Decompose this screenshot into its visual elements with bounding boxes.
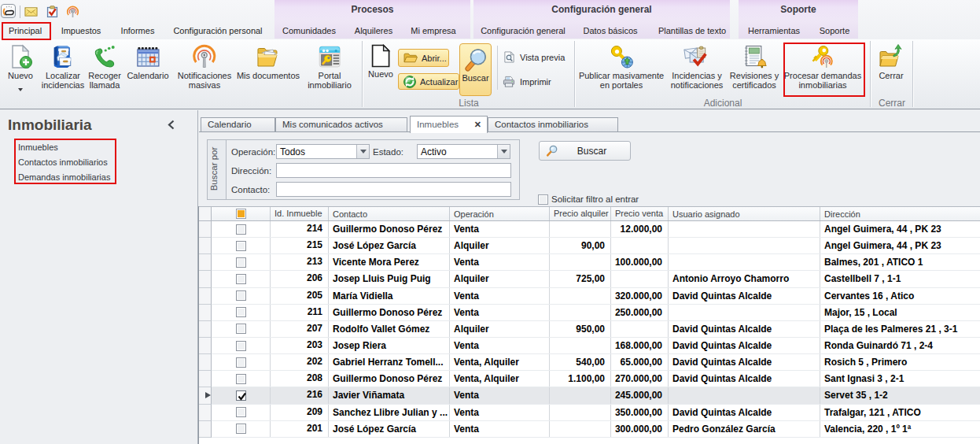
- broadcast-icon[interactable]: [66, 6, 79, 18]
- grid-header-checkbox-cell[interactable]: [212, 207, 271, 220]
- row-checkbox-cell[interactable]: [212, 254, 271, 270]
- chevron-down-icon[interactable]: [356, 145, 369, 158]
- column-header-usuario-asignado[interactable]: Usuario asignado: [669, 207, 820, 220]
- table-row[interactable]: 214Guillermo Donoso PérezVenta12.000,00A…: [199, 221, 980, 238]
- ribbon-button-cerrar[interactable]: Cerrar: [878, 41, 904, 80]
- table-row[interactable]: 208Guillermo Donoso PérezVenta, Alquiler…: [199, 371, 980, 387]
- row-checkbox[interactable]: [236, 274, 246, 284]
- tab-contactos-inmobiliarios[interactable]: Contactos inmobiliarios: [488, 117, 618, 132]
- buscar-ribbon-button[interactable]: Buscar: [459, 43, 492, 96]
- ribbon-button-incidencias-notificaciones[interactable]: Incidencias y notificaciones: [671, 41, 724, 90]
- row-checkbox[interactable]: [236, 257, 246, 268]
- ribbon-tab-plantillas-de-texto[interactable]: Plantillas de texto: [658, 26, 726, 39]
- row-checkbox-cell[interactable]: [212, 421, 271, 437]
- row-indicator-cell[interactable]: [199, 387, 212, 404]
- row-checkbox[interactable]: [236, 224, 246, 235]
- row-indicator-cell[interactable]: [199, 354, 212, 371]
- ribbon-tab-mi-empresa[interactable]: Mi empresa: [411, 26, 455, 39]
- row-checkbox-cell[interactable]: [212, 288, 271, 304]
- row-indicator-cell[interactable]: [199, 371, 212, 387]
- row-checkbox-cell[interactable]: [212, 338, 271, 353]
- actualizar-button[interactable]: Actualizar: [398, 73, 459, 90]
- table-row[interactable]: 209Sanchez Llibre Julian y ...Venta350.0…: [199, 405, 980, 421]
- row-indicator-cell[interactable]: [199, 305, 212, 321]
- row-checkbox[interactable]: [236, 307, 246, 317]
- row-checkbox-cell[interactable]: [212, 321, 271, 337]
- table-row[interactable]: 211Guillermo Donoso PérezVenta250.000,00…: [199, 305, 980, 321]
- mail-icon[interactable]: [24, 6, 38, 18]
- ribbon-tab-informes[interactable]: Informes: [121, 26, 155, 39]
- column-header-direccion[interactable]: Dirección: [820, 207, 980, 220]
- table-row[interactable]: 207Rodolfo Vallet GómezAlquiler950,00Dav…: [199, 321, 980, 338]
- ribbon-tab-comunidades[interactable]: Comunidades: [282, 26, 336, 39]
- app-logo-button[interactable]: [1, 4, 16, 18]
- ribbon-tab-datos-basicos[interactable]: Datos básicos: [583, 26, 637, 39]
- row-checkbox-cell[interactable]: [212, 354, 271, 370]
- ribbon-tab-alquileres[interactable]: Alquileres: [355, 26, 392, 39]
- row-indicator-cell[interactable]: [199, 254, 212, 271]
- column-header-id-inmueble[interactable]: Id. Inmueble: [271, 207, 329, 220]
- ribbon-tab-soporte[interactable]: Soporte: [820, 26, 850, 39]
- ribbon-button-calendario[interactable]: Calendario: [127, 41, 168, 80]
- row-checkbox-cell[interactable]: [212, 271, 271, 287]
- row-indicator-cell[interactable]: [199, 238, 212, 254]
- chevron-left-icon[interactable]: [168, 120, 175, 130]
- select-all-checkbox[interactable]: [236, 209, 246, 219]
- table-row[interactable]: 215José López GarcíaAlquiler90,00Angel G…: [199, 238, 980, 254]
- row-checkbox[interactable]: [236, 341, 246, 351]
- table-row[interactable]: 213Vicente Mora PerezVenta100.000,00Balm…: [199, 254, 980, 271]
- row-indicator-cell[interactable]: [199, 271, 212, 287]
- ribbon-button-nuevo-lista[interactable]: Nuevo: [368, 41, 393, 79]
- column-header-operacion[interactable]: Operación: [450, 207, 550, 220]
- row-indicator-cell[interactable]: [199, 321, 212, 338]
- tab-mis-comunicados-activos[interactable]: Mis comunicados activos: [275, 117, 407, 132]
- column-header-precio-venta[interactable]: Precio venta: [611, 207, 669, 220]
- close-icon[interactable]: ✕: [474, 120, 481, 130]
- tab-inmuebles[interactable]: Inmuebles ✕: [410, 116, 488, 133]
- buscar-button[interactable]: Buscar: [539, 141, 631, 161]
- row-checkbox-cell[interactable]: [212, 387, 271, 403]
- table-row[interactable]: 206Josep Lluis Puig PuigAlquiler725,00An…: [199, 271, 980, 287]
- ribbon-button-mis-documentos[interactable]: Mis documentos: [237, 41, 300, 80]
- tab-calendario[interactable]: Calendario: [201, 117, 275, 132]
- row-indicator-cell[interactable]: [199, 221, 212, 238]
- column-header-precio-alquiler[interactable]: Precio alquiler: [550, 207, 611, 220]
- row-checkbox-cell[interactable]: [212, 221, 271, 237]
- solicitar-filtro-checkbox[interactable]: [538, 194, 548, 205]
- table-row[interactable]: 201José López GarcíaVenta300.000,00Pedro…: [199, 421, 980, 438]
- row-indicator-cell[interactable]: [199, 288, 212, 305]
- row-checkbox-cell[interactable]: [212, 305, 271, 320]
- abrir-button[interactable]: Abrir...: [398, 49, 449, 67]
- table-row[interactable]: 216Javier ViñamataVenta245.000,00Servet …: [199, 387, 980, 404]
- row-checkbox-cell[interactable]: [212, 405, 271, 420]
- ribbon-tab-configuracion-personal[interactable]: Configuración personal: [173, 26, 262, 39]
- operacion-select[interactable]: Todos: [276, 144, 370, 159]
- table-row[interactable]: 203Josep RieraVenta168.000,00David Quint…: [199, 338, 980, 354]
- ribbon-button-portal-inmobiliario[interactable]: Portal inmobiliario: [308, 41, 352, 90]
- ribbon-tab-impuestos[interactable]: Impuestos: [61, 26, 101, 39]
- ribbon-tab-configuracion-general[interactable]: Configuración general: [481, 26, 566, 39]
- chevron-down-icon[interactable]: [497, 145, 510, 158]
- row-indicator-cell[interactable]: [199, 421, 212, 438]
- row-checkbox-cell[interactable]: [212, 371, 271, 387]
- ribbon-button-localizar-incidencias[interactable]: Localizar incidencias: [42, 41, 84, 90]
- table-row[interactable]: 205María VidiellaVenta320.000,00David Qu…: [199, 288, 980, 305]
- tasks-clipboard-icon[interactable]: [46, 6, 59, 18]
- row-checkbox[interactable]: [236, 241, 246, 251]
- row-checkbox[interactable]: [236, 290, 246, 301]
- row-checkbox[interactable]: [236, 374, 246, 384]
- row-checkbox-cell[interactable]: [212, 238, 271, 253]
- ribbon-button-nuevo[interactable]: Nuevo: [8, 41, 33, 94]
- row-indicator-cell[interactable]: [199, 338, 212, 354]
- column-header-contacto[interactable]: Contacto: [329, 207, 450, 220]
- imprimir-button[interactable]: Imprimir: [503, 76, 551, 87]
- ribbon-button-recoger-llamada[interactable]: Recoger llamada: [88, 41, 121, 90]
- row-indicator-cell[interactable]: [199, 405, 212, 421]
- row-checkbox[interactable]: [236, 424, 246, 434]
- direccion-input[interactable]: [276, 163, 511, 178]
- estado-select[interactable]: Activo: [417, 144, 510, 159]
- ribbon-button-revisiones-certificados[interactable]: Revisiones y certificados: [730, 41, 779, 90]
- ribbon-button-notificaciones-masivas[interactable]: Notificaciones masivas: [178, 41, 231, 90]
- contacto-input[interactable]: [276, 182, 511, 197]
- ribbon-tab-herramientas[interactable]: Herramientas: [748, 26, 800, 39]
